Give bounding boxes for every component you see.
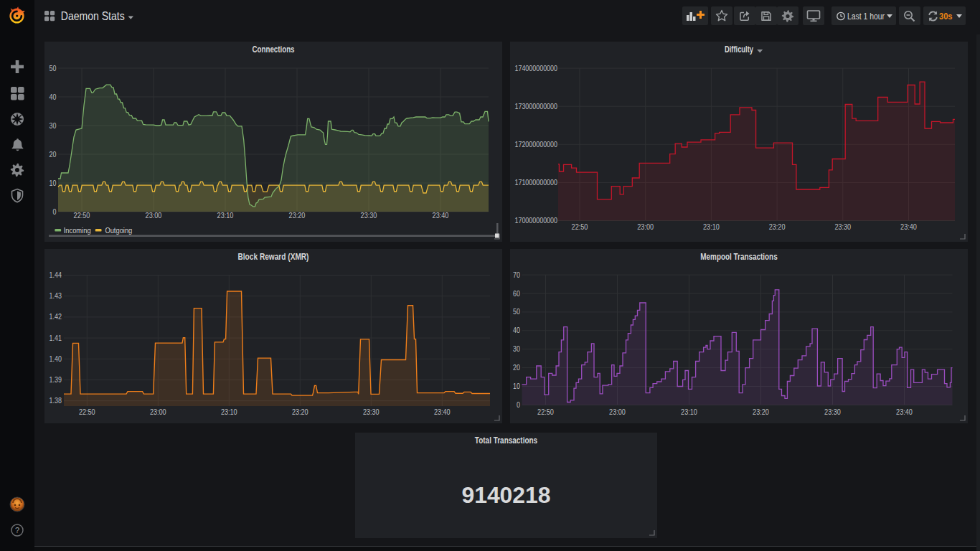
svg-text:Connections: Connections [253, 44, 295, 55]
svg-text:172000000000: 172000000000 [515, 140, 558, 149]
svg-text:0: 0 [517, 400, 520, 409]
svg-text:23:00: 23:00 [150, 408, 166, 416]
svg-text:23:40: 23:40 [433, 211, 449, 220]
svg-text:1.41: 1.41 [50, 334, 62, 342]
svg-text:1.44: 1.44 [50, 270, 62, 279]
svg-text:174000000000: 174000000000 [515, 64, 558, 72]
svg-text:22:50: 22:50 [572, 222, 588, 231]
svg-text:30: 30 [513, 344, 520, 353]
svg-text:23:30: 23:30 [834, 222, 851, 231]
svg-text:171000000000: 171000000000 [515, 178, 558, 187]
svg-text:173000000000: 173000000000 [515, 102, 558, 110]
svg-text:23:40: 23:40 [900, 222, 917, 231]
svg-text:0: 0 [53, 207, 57, 216]
svg-text:23:20: 23:20 [769, 222, 786, 231]
svg-text:Last 1 hour: Last 1 hour [847, 11, 885, 22]
svg-text:?: ? [15, 526, 19, 534]
svg-text:170000000000: 170000000000 [515, 216, 558, 225]
svg-text:22:50: 22:50 [74, 211, 90, 220]
svg-text:30s: 30s [939, 11, 953, 22]
svg-text:Outgoing: Outgoing [105, 226, 132, 235]
svg-text:Block Reward (XMR): Block Reward (XMR) [238, 252, 309, 262]
svg-text:Daemon Stats: Daemon Stats [61, 9, 125, 22]
svg-text:40: 40 [50, 93, 57, 101]
svg-text:1.38: 1.38 [50, 396, 62, 405]
svg-text:23:30: 23:30 [361, 211, 377, 220]
svg-text:30: 30 [50, 121, 57, 130]
svg-text:23:40: 23:40 [434, 408, 451, 416]
svg-text:10: 10 [513, 382, 520, 390]
svg-text:22:50: 22:50 [537, 408, 554, 416]
svg-text:22:50: 22:50 [79, 408, 95, 416]
svg-text:23:10: 23:10 [217, 211, 234, 220]
svg-text:Total Transactions: Total Transactions [475, 435, 538, 446]
svg-text:23:30: 23:30 [824, 408, 841, 416]
svg-text:23:30: 23:30 [363, 408, 380, 416]
svg-text:1.42: 1.42 [50, 312, 62, 321]
svg-text:23:40: 23:40 [896, 408, 913, 416]
svg-text:23:00: 23:00 [637, 222, 654, 231]
svg-text:9140218: 9140218 [461, 483, 550, 508]
svg-text:1.40: 1.40 [50, 354, 62, 363]
svg-text:20: 20 [513, 363, 520, 372]
svg-text:23:00: 23:00 [609, 408, 626, 416]
svg-text:23:20: 23:20 [753, 408, 769, 416]
svg-text:1.43: 1.43 [50, 291, 62, 300]
svg-text:23:10: 23:10 [681, 408, 697, 416]
svg-text:Incoming: Incoming [64, 226, 91, 235]
svg-text:23:20: 23:20 [289, 211, 306, 220]
svg-text:Difficulty: Difficulty [725, 44, 753, 55]
svg-text:50: 50 [513, 307, 520, 316]
svg-text:10: 10 [50, 179, 57, 187]
svg-text:Mempool Transactions: Mempool Transactions [700, 252, 778, 262]
svg-text:50: 50 [50, 64, 57, 72]
svg-text:23:10: 23:10 [703, 222, 720, 231]
svg-text:60: 60 [513, 289, 520, 298]
svg-text:23:00: 23:00 [146, 211, 162, 220]
svg-text:23:20: 23:20 [292, 408, 308, 416]
svg-text:70: 70 [513, 270, 520, 279]
svg-text:1.39: 1.39 [50, 375, 62, 384]
svg-text:40: 40 [513, 326, 520, 334]
svg-text:20: 20 [50, 150, 57, 159]
svg-text:23:10: 23:10 [221, 408, 237, 416]
